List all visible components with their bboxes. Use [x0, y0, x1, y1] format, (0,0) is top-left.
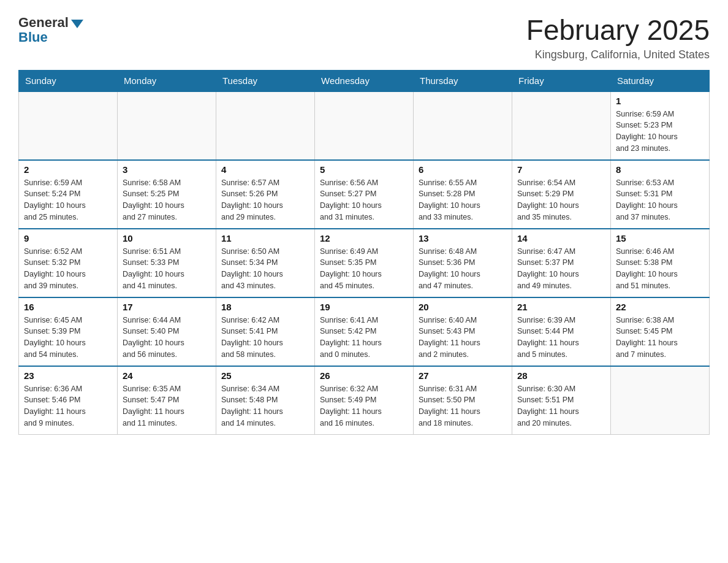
cell-date: 24 [123, 370, 211, 381]
table-row: 25Sunrise: 6:34 AM Sunset: 5:48 PM Dayli… [216, 366, 315, 435]
table-row: 9Sunrise: 6:52 AM Sunset: 5:32 PM Daylig… [19, 229, 118, 297]
logo-general-text: General [18, 15, 69, 31]
cell-date: 25 [221, 370, 309, 381]
cell-info: Sunrise: 6:45 AM Sunset: 5:39 PM Dayligh… [24, 315, 112, 361]
cell-date: 16 [24, 302, 112, 312]
cell-date: 13 [419, 233, 507, 243]
table-row: 24Sunrise: 6:35 AM Sunset: 5:47 PM Dayli… [118, 366, 216, 435]
calendar-title: February 2025 [526, 15, 710, 46]
cell-info: Sunrise: 6:32 AM Sunset: 5:49 PM Dayligh… [320, 383, 408, 429]
week-row-4: 23Sunrise: 6:36 AM Sunset: 5:46 PM Dayli… [19, 366, 710, 435]
table-row [414, 91, 512, 160]
cell-date: 3 [123, 164, 211, 175]
table-row: 17Sunrise: 6:44 AM Sunset: 5:40 PM Dayli… [118, 297, 216, 366]
cell-info: Sunrise: 6:59 AM Sunset: 5:24 PM Dayligh… [24, 177, 112, 223]
table-row: 10Sunrise: 6:51 AM Sunset: 5:33 PM Dayli… [118, 229, 216, 297]
table-row: 16Sunrise: 6:45 AM Sunset: 5:39 PM Dayli… [19, 297, 118, 366]
calendar-table: Sunday Monday Tuesday Wednesday Thursday… [18, 70, 710, 435]
page-header: General Blue February 2025 Kingsburg, Ca… [18, 15, 710, 61]
cell-info: Sunrise: 6:47 AM Sunset: 5:37 PM Dayligh… [517, 246, 605, 292]
cell-info: Sunrise: 6:34 AM Sunset: 5:48 PM Dayligh… [221, 383, 309, 429]
cell-date: 12 [320, 233, 408, 243]
cell-info: Sunrise: 6:48 AM Sunset: 5:36 PM Dayligh… [419, 246, 507, 292]
cell-date: 5 [320, 164, 408, 175]
table-row: 20Sunrise: 6:40 AM Sunset: 5:43 PM Dayli… [414, 297, 512, 366]
cell-date: 4 [221, 164, 309, 175]
header-wednesday: Wednesday [315, 70, 414, 91]
week-row-1: 2Sunrise: 6:59 AM Sunset: 5:24 PM Daylig… [19, 160, 710, 229]
cell-info: Sunrise: 6:50 AM Sunset: 5:34 PM Dayligh… [221, 246, 309, 292]
table-row: 4Sunrise: 6:57 AM Sunset: 5:26 PM Daylig… [216, 160, 315, 229]
cell-info: Sunrise: 6:36 AM Sunset: 5:46 PM Dayligh… [24, 383, 112, 429]
table-row: 26Sunrise: 6:32 AM Sunset: 5:49 PM Dayli… [315, 366, 414, 435]
cell-info: Sunrise: 6:44 AM Sunset: 5:40 PM Dayligh… [123, 315, 211, 361]
logo-blue-text: Blue [18, 29, 48, 45]
header-sunday: Sunday [19, 70, 118, 91]
table-row: 2Sunrise: 6:59 AM Sunset: 5:24 PM Daylig… [19, 160, 118, 229]
cell-date: 28 [517, 370, 605, 381]
table-row: 18Sunrise: 6:42 AM Sunset: 5:41 PM Dayli… [216, 297, 315, 366]
table-row: 3Sunrise: 6:58 AM Sunset: 5:25 PM Daylig… [118, 160, 216, 229]
table-row: 5Sunrise: 6:56 AM Sunset: 5:27 PM Daylig… [315, 160, 414, 229]
table-row: 1Sunrise: 6:59 AM Sunset: 5:23 PM Daylig… [611, 91, 710, 160]
header-saturday: Saturday [611, 70, 710, 91]
logo-arrow-icon [71, 20, 83, 28]
table-row: 11Sunrise: 6:50 AM Sunset: 5:34 PM Dayli… [216, 229, 315, 297]
cell-info: Sunrise: 6:53 AM Sunset: 5:31 PM Dayligh… [616, 177, 704, 223]
table-row [512, 91, 611, 160]
cell-date: 18 [221, 302, 309, 312]
table-row: 27Sunrise: 6:31 AM Sunset: 5:50 PM Dayli… [414, 366, 512, 435]
cell-info: Sunrise: 6:52 AM Sunset: 5:32 PM Dayligh… [24, 246, 112, 292]
table-row: 8Sunrise: 6:53 AM Sunset: 5:31 PM Daylig… [611, 160, 710, 229]
cell-info: Sunrise: 6:57 AM Sunset: 5:26 PM Dayligh… [221, 177, 309, 223]
cell-info: Sunrise: 6:51 AM Sunset: 5:33 PM Dayligh… [123, 246, 211, 292]
calendar-subtitle: Kingsburg, California, United States [526, 48, 710, 61]
cell-date: 15 [616, 233, 704, 243]
table-row [611, 366, 710, 435]
table-row: 19Sunrise: 6:41 AM Sunset: 5:42 PM Dayli… [315, 297, 414, 366]
header-tuesday: Tuesday [216, 70, 315, 91]
title-block: February 2025 Kingsburg, California, Uni… [526, 15, 710, 61]
header-friday: Friday [512, 70, 611, 91]
cell-date: 6 [419, 164, 507, 175]
header-thursday: Thursday [414, 70, 512, 91]
cell-date: 17 [123, 302, 211, 312]
week-row-3: 16Sunrise: 6:45 AM Sunset: 5:39 PM Dayli… [19, 297, 710, 366]
logo: General Blue [18, 15, 83, 45]
cell-date: 19 [320, 302, 408, 312]
table-row: 7Sunrise: 6:54 AM Sunset: 5:29 PM Daylig… [512, 160, 611, 229]
cell-date: 10 [123, 233, 211, 243]
cell-date: 11 [221, 233, 309, 243]
table-row: 21Sunrise: 6:39 AM Sunset: 5:44 PM Dayli… [512, 297, 611, 366]
cell-info: Sunrise: 6:41 AM Sunset: 5:42 PM Dayligh… [320, 315, 408, 361]
cell-info: Sunrise: 6:30 AM Sunset: 5:51 PM Dayligh… [517, 383, 605, 429]
table-row [19, 91, 118, 160]
table-row: 13Sunrise: 6:48 AM Sunset: 5:36 PM Dayli… [414, 229, 512, 297]
cell-info: Sunrise: 6:40 AM Sunset: 5:43 PM Dayligh… [419, 315, 507, 361]
cell-info: Sunrise: 6:31 AM Sunset: 5:50 PM Dayligh… [419, 383, 507, 429]
week-row-2: 9Sunrise: 6:52 AM Sunset: 5:32 PM Daylig… [19, 229, 710, 297]
cell-info: Sunrise: 6:46 AM Sunset: 5:38 PM Dayligh… [616, 246, 704, 292]
header-monday: Monday [118, 70, 216, 91]
cell-date: 22 [616, 302, 704, 312]
cell-date: 21 [517, 302, 605, 312]
cell-info: Sunrise: 6:38 AM Sunset: 5:45 PM Dayligh… [616, 315, 704, 361]
table-row: 12Sunrise: 6:49 AM Sunset: 5:35 PM Dayli… [315, 229, 414, 297]
table-row: 14Sunrise: 6:47 AM Sunset: 5:37 PM Dayli… [512, 229, 611, 297]
cell-date: 14 [517, 233, 605, 243]
calendar-header-row: Sunday Monday Tuesday Wednesday Thursday… [19, 70, 710, 91]
table-row: 22Sunrise: 6:38 AM Sunset: 5:45 PM Dayli… [611, 297, 710, 366]
cell-date: 2 [24, 164, 112, 175]
table-row: 23Sunrise: 6:36 AM Sunset: 5:46 PM Dayli… [19, 366, 118, 435]
cell-info: Sunrise: 6:56 AM Sunset: 5:27 PM Dayligh… [320, 177, 408, 223]
cell-info: Sunrise: 6:39 AM Sunset: 5:44 PM Dayligh… [517, 315, 605, 361]
cell-info: Sunrise: 6:54 AM Sunset: 5:29 PM Dayligh… [517, 177, 605, 223]
cell-date: 1 [616, 96, 704, 106]
table-row: 6Sunrise: 6:55 AM Sunset: 5:28 PM Daylig… [414, 160, 512, 229]
cell-date: 9 [24, 233, 112, 243]
cell-info: Sunrise: 6:58 AM Sunset: 5:25 PM Dayligh… [123, 177, 211, 223]
table-row [216, 91, 315, 160]
table-row [118, 91, 216, 160]
cell-date: 20 [419, 302, 507, 312]
cell-info: Sunrise: 6:35 AM Sunset: 5:47 PM Dayligh… [123, 383, 211, 429]
